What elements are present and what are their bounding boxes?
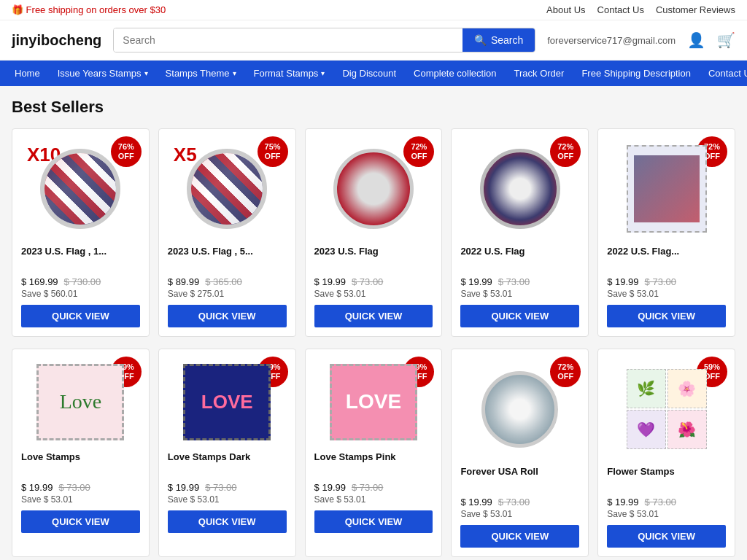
- love-floral-stamp: Love: [36, 364, 124, 440]
- search-icon: 🔍: [474, 34, 487, 46]
- product-card: 76% OFF X10 2023 U.S. Flag , 1... $ 169.…: [12, 128, 150, 337]
- nav-stamps-theme[interactable]: Stamps Theme ▾: [157, 61, 245, 86]
- price-row: $ 19.99 $ 73.00: [21, 482, 140, 493]
- quick-view-button[interactable]: QUICK VIEW: [460, 525, 579, 548]
- email-address: foreverservice717@gmail.com: [547, 35, 676, 46]
- price-row: $ 19.99 $ 73.00: [314, 482, 433, 493]
- quick-view-button[interactable]: QUICK VIEW: [460, 305, 579, 327]
- stamp-roll-image: [333, 149, 414, 229]
- product-title: Love Stamps Pink: [314, 451, 433, 478]
- quick-view-button[interactable]: QUICK VIEW: [21, 305, 140, 327]
- price-row: $ 19.99 $ 73.00: [460, 497, 579, 508]
- product-image: LOVE: [314, 358, 433, 446]
- product-card: 59% OFF LOVE Love Stamps Pink $ 19.99 $ …: [305, 349, 443, 557]
- original-price: $ 73.00: [58, 482, 90, 493]
- nav-complete-collection[interactable]: Complete collection: [405, 61, 505, 86]
- price-row: $ 19.99 $ 73.00: [314, 276, 433, 287]
- nav-issue-years[interactable]: Issue Years Stamps ▾: [49, 61, 157, 86]
- save-text: Save $ 275.01: [168, 289, 287, 299]
- about-us-link[interactable]: About Us: [546, 4, 585, 15]
- account-icon[interactable]: 👤: [687, 31, 705, 49]
- chevron-down-icon: ▾: [144, 69, 148, 77]
- top-bar-links: About Us Contact Us Customer Reviews: [546, 4, 735, 15]
- current-price: $ 19.99: [21, 482, 53, 493]
- product-card: 59% OFF LOVE Love Stamps Dark $ 19.99 $ …: [158, 349, 296, 557]
- current-price: $ 19.99: [607, 276, 638, 287]
- quick-view-button[interactable]: QUICK VIEW: [314, 510, 433, 533]
- current-price: $ 19.99: [607, 497, 638, 508]
- chevron-down-icon: ▾: [321, 69, 325, 77]
- current-price: $ 89.99: [168, 276, 199, 287]
- save-text: Save $ 53.01: [460, 509, 579, 519]
- price-row: $ 19.99 $ 73.00: [607, 497, 726, 508]
- nav-dig-discount[interactable]: Dig Discount: [333, 61, 405, 86]
- header: jinyibocheng 🔍 Search foreverservice717@…: [0, 20, 747, 61]
- original-price: $ 73.00: [498, 276, 530, 287]
- original-price: $ 73.00: [352, 482, 383, 493]
- original-price: $ 365.00: [205, 276, 242, 287]
- flower-stamps-image: 🌿 🌸 💜 🌺: [627, 369, 707, 449]
- stamp-roll-image: [187, 149, 267, 229]
- price-row: $ 19.99 $ 73.00: [607, 276, 726, 287]
- section-title: Best Sellers: [12, 98, 735, 117]
- current-price: $ 19.99: [460, 276, 492, 287]
- product-image: [460, 358, 579, 460]
- quick-view-button[interactable]: QUICK VIEW: [168, 510, 287, 533]
- product-card: 72% OFF 2022 U.S. Flag... $ 19.99 $ 73.0…: [597, 128, 735, 337]
- main-nav: Home Issue Years Stamps ▾ Stamps Theme ▾…: [0, 61, 747, 86]
- quick-view-button[interactable]: QUICK VIEW: [168, 305, 287, 327]
- product-title: 2023 U.S. Flag: [314, 246, 433, 272]
- current-price: $ 19.99: [314, 482, 346, 493]
- original-price: $ 73.00: [498, 497, 530, 508]
- search-button[interactable]: 🔍 Search: [462, 28, 535, 52]
- search-bar: 🔍 Search: [113, 28, 535, 52]
- product-card: 72% OFF 2023 U.S. Flag $ 19.99 $ 73.00 S…: [305, 128, 443, 337]
- price-row: $ 19.99 $ 73.00: [460, 276, 579, 287]
- save-text: Save $ 560.01: [21, 289, 140, 299]
- product-card: 72% OFF Forever USA Roll $ 19.99 $ 73.00…: [451, 349, 589, 557]
- product-title: Love Stamps Dark: [168, 451, 287, 478]
- nav-contact-us[interactable]: Contact Us: [700, 61, 747, 86]
- save-text: Save $ 53.01: [460, 289, 579, 299]
- cart-icon[interactable]: 🛒: [717, 31, 735, 49]
- quick-view-button[interactable]: QUICK VIEW: [314, 305, 433, 327]
- quick-view-button[interactable]: QUICK VIEW: [607, 305, 726, 327]
- price-row: $ 19.99 $ 73.00: [168, 482, 287, 493]
- customer-reviews-link[interactable]: Customer Reviews: [656, 4, 735, 15]
- product-image: [314, 138, 433, 240]
- nav-free-shipping-desc[interactable]: Free Shipping Description: [573, 61, 700, 86]
- quick-view-button[interactable]: QUICK VIEW: [607, 525, 726, 548]
- love-dark-stamp: LOVE: [183, 364, 271, 440]
- current-price: $ 19.99: [168, 482, 199, 493]
- current-price: $ 19.99: [314, 276, 346, 287]
- product-image: X5: [168, 138, 287, 240]
- save-text: Save $ 53.01: [314, 289, 433, 299]
- quick-view-button[interactable]: QUICK VIEW: [21, 510, 140, 533]
- shipping-notice: 🎁 Free shipping on orders over $30: [12, 4, 166, 15]
- product-card: 59% OFF 🌿 🌸 💜 🌺 Flower Stamps $ 19.99 $ …: [597, 349, 735, 557]
- original-price: $ 730.00: [64, 276, 101, 287]
- stamp-roll-image: [480, 149, 560, 229]
- product-title: Flower Stamps: [607, 466, 726, 492]
- product-image: 🌿 🌸 💜 🌺: [607, 358, 726, 460]
- price-row: $ 89.99 $ 365.00: [168, 276, 287, 287]
- love-pink-stamp: LOVE: [330, 364, 417, 440]
- nav-format-stamps[interactable]: Format Stamps ▾: [245, 61, 334, 86]
- original-price: $ 73.00: [352, 276, 383, 287]
- product-title: Forever USA Roll: [460, 466, 579, 492]
- product-image: [460, 138, 579, 240]
- product-card: 59% OFF Love Love Stamps $ 19.99 $ 73.00…: [12, 349, 150, 557]
- save-text: Save $ 53.01: [314, 494, 433, 505]
- product-title: 2023 U.S. Flag , 1...: [21, 246, 140, 272]
- contact-us-link-top[interactable]: Contact Us: [597, 4, 644, 15]
- nav-home[interactable]: Home: [6, 61, 49, 86]
- chevron-down-icon: ▾: [233, 69, 236, 77]
- nav-track-order[interactable]: Track Order: [506, 61, 573, 86]
- current-price: $ 169.99: [21, 276, 58, 287]
- quantity-label: X5: [174, 144, 197, 166]
- product-card: 75% OFF X5 2023 U.S. Flag , 5... $ 89.99…: [158, 128, 296, 337]
- product-title: Love Stamps: [21, 451, 140, 478]
- search-input[interactable]: [114, 28, 462, 52]
- product-image: Love: [21, 358, 140, 446]
- product-title: 2023 U.S. Flag , 5...: [168, 246, 287, 272]
